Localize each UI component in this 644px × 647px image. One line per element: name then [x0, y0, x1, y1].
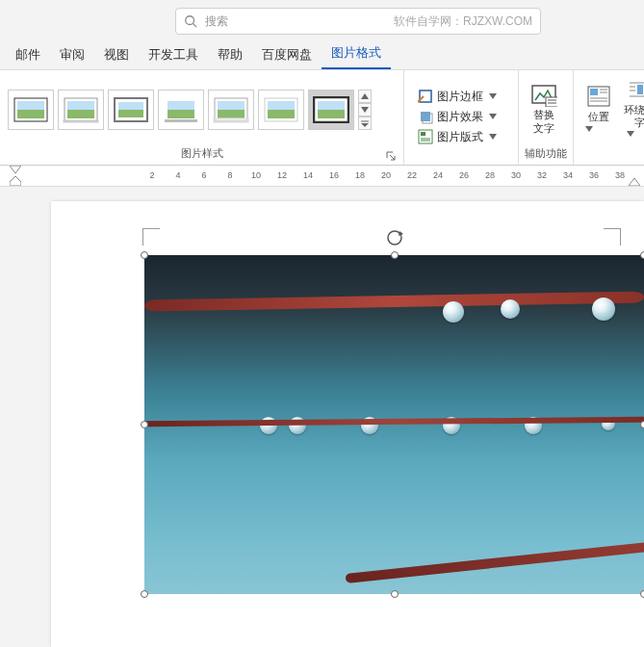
- ruler-number: 34: [563, 170, 573, 180]
- alt-text-button[interactable]: 替换 文字: [525, 82, 563, 136]
- image-content: [144, 255, 644, 594]
- svg-line-31: [418, 96, 424, 102]
- tab-0[interactable]: 邮件: [6, 40, 50, 69]
- gallery-down-button[interactable]: [358, 103, 372, 116]
- svg-marker-29: [361, 123, 369, 127]
- search-icon: [184, 14, 197, 28]
- ruler-number: 30: [511, 170, 521, 180]
- ruler-number: 4: [175, 170, 180, 180]
- svg-marker-51: [585, 126, 593, 132]
- resize-handle-tm[interactable]: [391, 251, 399, 259]
- svg-rect-3: [17, 110, 44, 118]
- resize-handle-ml[interactable]: [141, 421, 148, 428]
- svg-point-0: [186, 16, 194, 25]
- resize-handle-br[interactable]: [640, 590, 644, 598]
- svg-rect-14: [167, 101, 194, 110]
- gallery-up-button[interactable]: [358, 90, 372, 103]
- layout-icon: [418, 129, 433, 144]
- picture-style-4[interactable]: [208, 90, 254, 130]
- svg-rect-22: [268, 101, 295, 110]
- ruler-number: 14: [303, 170, 313, 180]
- svg-rect-4: [17, 101, 44, 110]
- alt-group-label: 辅助功能: [525, 147, 567, 159]
- svg-rect-18: [218, 101, 245, 110]
- tab-3[interactable]: 开发工具: [139, 40, 208, 69]
- search-placeholder: 搜索: [205, 13, 228, 30]
- tab-5[interactable]: 百度网盘: [252, 40, 322, 69]
- gallery-more-button[interactable]: [358, 116, 372, 130]
- ruler-number: 32: [537, 170, 547, 180]
- svg-marker-35: [489, 114, 497, 119]
- right-indent-marker[interactable]: [629, 178, 640, 186]
- ruler-number: 36: [589, 170, 599, 180]
- svg-rect-30: [420, 91, 431, 102]
- picture-style-2[interactable]: [108, 90, 154, 130]
- svg-rect-25: [318, 101, 345, 110]
- chevron-down-icon: [489, 93, 504, 99]
- position-button[interactable]: 位置: [580, 83, 618, 151]
- svg-marker-59: [627, 131, 634, 137]
- resize-handle-bm[interactable]: [391, 590, 399, 598]
- effects-icon: [418, 109, 433, 124]
- chevron-down-icon: [489, 134, 504, 140]
- svg-rect-19: [213, 117, 249, 123]
- picture-effects-button[interactable]: 图片效果: [414, 108, 508, 126]
- svg-marker-26: [361, 93, 369, 99]
- svg-rect-55: [637, 85, 643, 94]
- position-icon: [585, 85, 612, 108]
- svg-rect-6: [67, 110, 94, 118]
- first-line-indent-marker[interactable]: [10, 166, 21, 173]
- styles-group-label: 图片样式: [181, 147, 223, 159]
- document-page[interactable]: [51, 201, 644, 647]
- svg-marker-60: [10, 166, 21, 173]
- svg-line-1: [193, 24, 197, 28]
- svg-rect-8: [63, 119, 99, 123]
- selected-image[interactable]: [144, 255, 644, 594]
- tab-4[interactable]: 帮助: [208, 40, 252, 69]
- ruler-number: 6: [201, 170, 206, 180]
- gallery-scroll: [358, 90, 372, 130]
- picture-layout-button[interactable]: 图片版式: [414, 128, 508, 146]
- svg-marker-32: [489, 93, 497, 99]
- hanging-indent-marker[interactable]: [10, 176, 21, 186]
- svg-rect-37: [421, 132, 425, 136]
- picture-style-1[interactable]: [58, 90, 104, 130]
- svg-rect-24: [318, 110, 345, 118]
- picture-border-button[interactable]: 图片边框: [414, 88, 508, 106]
- resize-handle-mr[interactable]: [640, 421, 644, 428]
- ruler-number: 16: [329, 170, 339, 180]
- picture-style-5[interactable]: [258, 90, 304, 130]
- svg-rect-42: [546, 97, 557, 107]
- tab-6[interactable]: 图片格式: [322, 39, 391, 69]
- svg-marker-61: [10, 176, 21, 186]
- ruler-number: 18: [355, 170, 365, 180]
- resize-handle-tl[interactable]: [141, 251, 148, 259]
- dialog-launcher-icon[interactable]: [386, 151, 396, 161]
- chevron-down-icon: [585, 126, 612, 149]
- tab-2[interactable]: 视图: [94, 40, 139, 69]
- picture-style-3[interactable]: [158, 90, 204, 130]
- svg-rect-10: [118, 110, 143, 117]
- resize-handle-bl[interactable]: [141, 590, 148, 598]
- ruler-number: 2: [149, 170, 154, 180]
- rotate-handle[interactable]: [385, 228, 404, 247]
- svg-marker-27: [361, 107, 369, 113]
- document-canvas: [0, 187, 644, 647]
- picture-style-6[interactable]: [308, 90, 354, 130]
- tab-1[interactable]: 审阅: [50, 40, 94, 69]
- picture-styles-gallery: [6, 88, 356, 132]
- ruler-number: 24: [433, 170, 443, 180]
- search-box[interactable]: 搜索 软件自学网：RJZXW.COM: [175, 8, 541, 35]
- svg-rect-46: [590, 89, 598, 95]
- ribbon: 图片样式 图片边框 图片效果 图片版式: [0, 69, 644, 166]
- crop-mark-tl: [142, 228, 160, 246]
- resize-handle-tr[interactable]: [640, 251, 644, 259]
- svg-rect-17: [218, 110, 245, 118]
- picture-style-0[interactable]: [8, 90, 54, 130]
- wrap-icon: [627, 79, 645, 102]
- chevron-down-icon: [489, 114, 504, 119]
- svg-rect-11: [118, 102, 143, 110]
- wrap-text-button[interactable]: 环绕文 字: [618, 77, 644, 156]
- ruler-number: 8: [227, 170, 232, 180]
- horizontal-ruler[interactable]: 2468101214161820222426283032343638: [0, 166, 644, 187]
